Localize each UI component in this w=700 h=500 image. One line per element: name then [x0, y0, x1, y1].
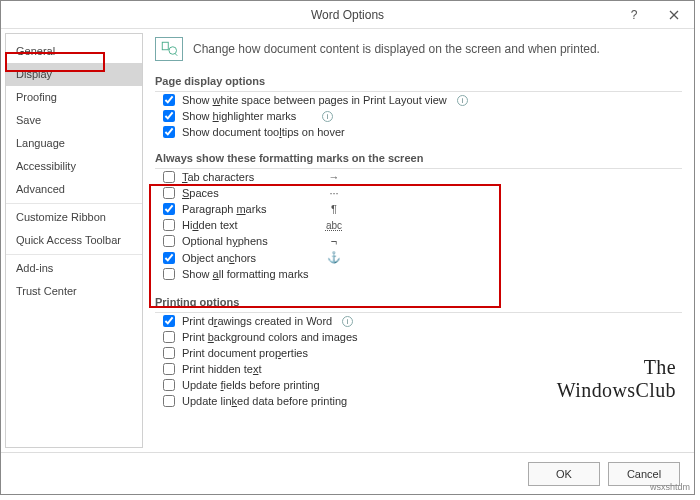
option-symbol: abc [319, 220, 349, 231]
option-symbol: ··· [319, 187, 349, 199]
svg-rect-2 [162, 42, 168, 50]
content-pane: Change how document content is displayed… [143, 29, 694, 452]
option-label[interactable]: Show highlighter marks [182, 110, 312, 122]
help-button[interactable]: ? [614, 1, 654, 29]
sidebar-item-customize-ribbon[interactable]: Customize Ribbon [6, 206, 142, 229]
option-checkbox[interactable] [163, 171, 175, 183]
option-row: Print background colors and images [155, 329, 682, 345]
sidebar-item-advanced[interactable]: Advanced [6, 178, 142, 201]
info-icon[interactable]: i [322, 111, 333, 122]
option-row: Show document tooltips on hover [155, 124, 682, 140]
sidebar-item-trust-center[interactable]: Trust Center [6, 280, 142, 303]
option-checkbox[interactable] [163, 315, 175, 327]
sidebar-item-quick-access-toolbar[interactable]: Quick Access Toolbar [6, 229, 142, 252]
info-icon[interactable]: i [457, 95, 468, 106]
option-row: Show highlighter marksi [155, 108, 682, 124]
option-label[interactable]: Tab characters [182, 171, 312, 183]
option-label[interactable]: Print drawings created in Word [182, 315, 332, 327]
sidebar-item-save[interactable]: Save [6, 109, 142, 132]
dialog-footer: OK Cancel [1, 452, 694, 494]
option-label[interactable]: Print hidden text [182, 363, 312, 375]
option-label[interactable]: Hidden text [182, 219, 312, 231]
display-icon [155, 37, 183, 61]
category-sidebar: GeneralDisplayProofingSaveLanguageAccess… [5, 33, 143, 448]
option-row: Optional hyphens¬ [155, 233, 682, 249]
svg-point-3 [169, 47, 177, 55]
titlebar: Word Options ? [1, 1, 694, 29]
option-symbol: → [319, 171, 349, 183]
option-label[interactable]: Update fields before printing [182, 379, 320, 391]
option-row: Tab characters→ [155, 169, 682, 185]
option-checkbox[interactable] [163, 126, 175, 138]
section-title-printing: Printing options [155, 290, 682, 313]
dialog-title: Word Options [311, 8, 384, 22]
sidebar-item-accessibility[interactable]: Accessibility [6, 155, 142, 178]
ok-button[interactable]: OK [528, 462, 600, 486]
option-label[interactable]: Show all formatting marks [182, 268, 312, 280]
sidebar-item-add-ins[interactable]: Add-ins [6, 257, 142, 280]
option-label[interactable]: Print background colors and images [182, 331, 358, 343]
svg-line-4 [175, 54, 177, 56]
option-checkbox[interactable] [163, 252, 175, 264]
option-label[interactable]: Show white space between pages in Print … [182, 94, 447, 106]
titlebar-controls: ? [614, 1, 694, 29]
sidebar-separator [6, 203, 142, 204]
corner-text: wsxshtdm [650, 482, 690, 492]
close-button[interactable] [654, 1, 694, 29]
sidebar-item-proofing[interactable]: Proofing [6, 86, 142, 109]
section-formatting-marks: Tab characters→Spaces···Paragraph marks¶… [155, 169, 682, 284]
section-title-page-display: Page display options [155, 69, 682, 92]
option-checkbox[interactable] [163, 94, 175, 106]
option-checkbox[interactable] [163, 110, 175, 122]
option-checkbox[interactable] [163, 331, 175, 343]
option-label[interactable]: Object anchors [182, 252, 312, 264]
option-row: Print drawings created in Wordi [155, 313, 682, 329]
info-icon[interactable]: i [342, 316, 353, 327]
option-label[interactable]: Show document tooltips on hover [182, 126, 345, 138]
watermark-logo: The WindowsClub [557, 356, 676, 402]
option-checkbox[interactable] [163, 219, 175, 231]
option-label[interactable]: Print document properties [182, 347, 312, 359]
option-row: Paragraph marks¶ [155, 201, 682, 217]
option-label[interactable]: Paragraph marks [182, 203, 312, 215]
option-row: Show white space between pages in Print … [155, 92, 682, 108]
option-row: Show all formatting marks [155, 266, 682, 282]
section-title-formatting: Always show these formatting marks on th… [155, 146, 682, 169]
option-checkbox[interactable] [163, 268, 175, 280]
close-icon [669, 10, 679, 20]
sidebar-separator [6, 254, 142, 255]
option-symbol: ¶ [319, 203, 349, 215]
content-header-text: Change how document content is displayed… [193, 42, 600, 56]
option-label[interactable]: Optional hyphens [182, 235, 312, 247]
sidebar-item-language[interactable]: Language [6, 132, 142, 155]
option-row: Object anchors⚓ [155, 249, 682, 266]
word-options-dialog: Word Options ? GeneralDisplayProofingSav… [0, 0, 695, 495]
option-row: Hidden textabc [155, 217, 682, 233]
option-label[interactable]: Spaces [182, 187, 312, 199]
content-header: Change how document content is displayed… [155, 37, 682, 61]
option-label[interactable]: Update linked data before printing [182, 395, 347, 407]
option-checkbox[interactable] [163, 235, 175, 247]
sidebar-item-general[interactable]: General [6, 40, 142, 63]
section-page-display: Show white space between pages in Print … [155, 92, 682, 140]
option-row: Spaces··· [155, 185, 682, 201]
option-checkbox[interactable] [163, 379, 175, 391]
option-checkbox[interactable] [163, 187, 175, 199]
option-checkbox[interactable] [163, 203, 175, 215]
option-symbol: ⚓ [319, 251, 349, 264]
option-symbol: ¬ [319, 235, 349, 247]
option-checkbox[interactable] [163, 363, 175, 375]
sidebar-item-display[interactable]: Display [6, 63, 142, 86]
option-checkbox[interactable] [163, 347, 175, 359]
option-checkbox[interactable] [163, 395, 175, 407]
dialog-body: GeneralDisplayProofingSaveLanguageAccess… [1, 29, 694, 452]
